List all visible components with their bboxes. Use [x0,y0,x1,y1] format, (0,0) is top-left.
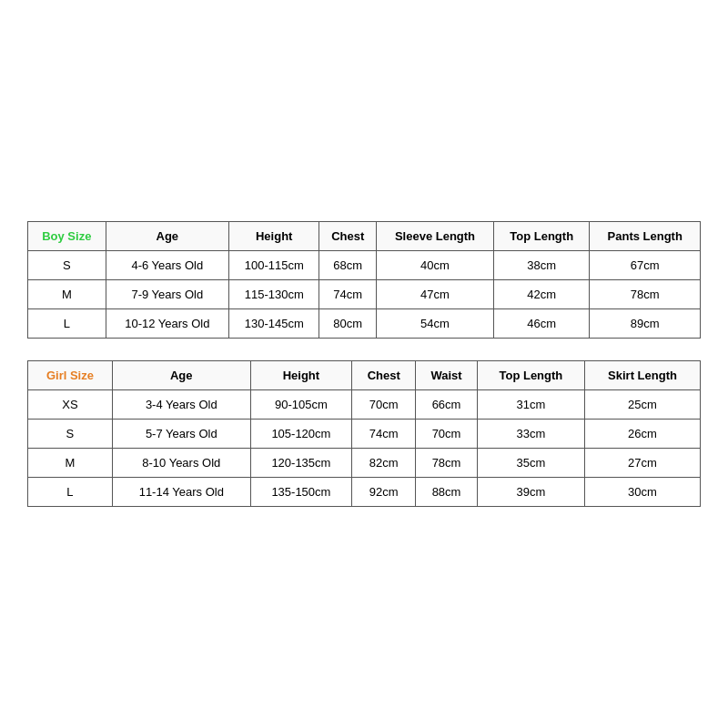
boy-size-title-cell: Boy Size [28,222,106,251]
table-row: L10-12 Years Old130-145cm80cm54cm46cm89c… [28,309,701,339]
girl-top-length-header: Top Length [477,361,584,390]
boy-height-header: Height [228,222,318,251]
boy-size-label: Boy Size [42,229,91,243]
girl-size-table: Girl Size Age Height Chest Waist Top Len… [27,360,701,507]
table-row: S4-6 Years Old100-115cm68cm40cm38cm67cm [28,251,701,280]
table-row: M7-9 Years Old115-130cm74cm47cm42cm78cm [28,280,701,309]
table-row: XS3-4 Years Old90-105cm70cm66cm31cm25cm [28,390,701,420]
boy-pants-length-header: Pants Length [590,222,701,251]
girl-height-header: Height [250,361,351,390]
girl-age-header: Age [112,361,250,390]
girl-waist-header: Waist [416,361,477,390]
boy-top-length-header: Top Length [493,222,590,251]
boy-age-header: Age [106,222,228,251]
girl-size-label: Girl Size [46,369,94,382]
table-row: M8-10 Years Old120-135cm82cm78cm35cm27cm [28,449,701,478]
girl-chest-header: Chest [352,361,416,390]
girl-skirt-length-header: Skirt Length [585,361,701,390]
boy-chest-header: Chest [319,222,377,251]
girl-size-title-cell: Girl Size [28,361,113,390]
table-row: S5-7 Years Old105-120cm74cm70cm33cm26cm [28,420,701,449]
tables-container: Boy Size Age Height Chest Sleeve Length … [27,221,701,507]
boy-sleeve-header: Sleeve Length [377,222,494,251]
boy-size-table: Boy Size Age Height Chest Sleeve Length … [27,221,701,339]
table-row: L11-14 Years Old135-150cm92cm88cm39cm30c… [28,478,701,507]
